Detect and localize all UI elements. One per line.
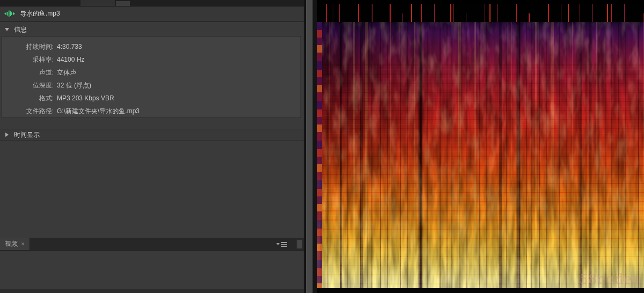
spectrogram-left-edge-blocks [317,21,322,288]
panel-bottom-strip [0,289,304,293]
panel-tab-fragment [116,1,130,6]
video-tab-label: 视频 [5,239,18,248]
file-list-item[interactable]: 导水的鱼.mp3 [0,6,304,22]
scrollbar-nub[interactable] [296,239,303,249]
info-section-label: 信息 [14,25,27,34]
info-value: 44100 Hz [57,56,84,63]
info-label: 持续时间: [2,42,54,52]
triangle-down-icon [5,28,9,31]
info-row-format: 格式: MP3 203 Kbps VBR [2,92,301,105]
info-row-file-path: 文件路径: G:\新建文件夹\导水的鱼.mp3 [2,105,301,118]
info-row-duration: 持续时间: 4:30.733 [2,40,301,53]
info-value: 立体声 [57,68,76,77]
time-display-section-header[interactable]: 时间显示 [0,129,304,141]
spectrogram-noise-bright [317,0,644,293]
spectrogram-purple-layer [317,0,644,293]
files-panel: 导水的鱼.mp3 信息 持续时间: 4:30.733 采样率: 44100 Hz… [0,0,304,293]
close-icon[interactable]: × [21,241,24,247]
spectrogram-highlights-layer [317,0,644,293]
spectrogram-canvas[interactable]: 58codes [317,0,644,293]
info-row-sample-rate: 采样率: 44100 Hz [2,53,301,66]
menu-lines-icon [281,242,287,247]
panel-tab-strip [0,0,304,6]
spectrogram-top-band [317,4,644,22]
info-row-bit-depth: 位深度: 32 位 (浮点) [2,79,301,92]
file-info-box: 持续时间: 4:30.733 采样率: 44100 Hz 声道: 立体声 位深度… [2,36,301,118]
spectrogram-noise-dark [317,0,644,293]
info-value: 32 位 (浮点) [57,81,91,90]
spectrogram-top-band-mask [317,4,644,13]
info-label: 声道: [2,68,54,77]
info-row-channels: 声道: 立体声 [2,66,301,79]
watermark-text: 58codes [580,269,640,288]
info-label: 位深度: [2,81,54,90]
panel-resize-handle[interactable] [306,0,313,293]
info-value: 4:30.733 [57,43,82,50]
spectrogram-top-cap [317,0,644,4]
info-label: 采样率: [2,55,54,64]
triangle-right-icon [5,133,9,137]
spectrogram-hbands-layer [317,64,644,293]
info-label: 格式: [2,94,54,103]
tab-video[interactable]: 视频 × [0,238,30,250]
file-name: 导水的鱼.mp3 [20,9,60,18]
panel-menu-icon[interactable] [276,241,288,247]
triangle-down-icon [276,243,280,245]
waveform-icon [4,10,15,17]
info-value: MP3 203 Kbps VBR [57,94,114,102]
files-panel-tab[interactable] [80,0,115,6]
time-display-section-label: 时间显示 [14,130,40,140]
spectrogram-bottom-strip [317,288,644,293]
spectrogram-streaks-layer [317,0,644,293]
info-value: G:\新建文件夹\导水的鱼.mp3 [57,107,140,116]
panel-divider [304,0,317,293]
video-panel-tabbar: 视频 × [0,238,304,251]
info-label: 文件路径: [2,107,54,116]
info-section-header[interactable]: 信息 [0,24,304,35]
audition-window: 导水的鱼.mp3 信息 持续时间: 4:30.733 采样率: 44100 Hz… [0,0,644,293]
